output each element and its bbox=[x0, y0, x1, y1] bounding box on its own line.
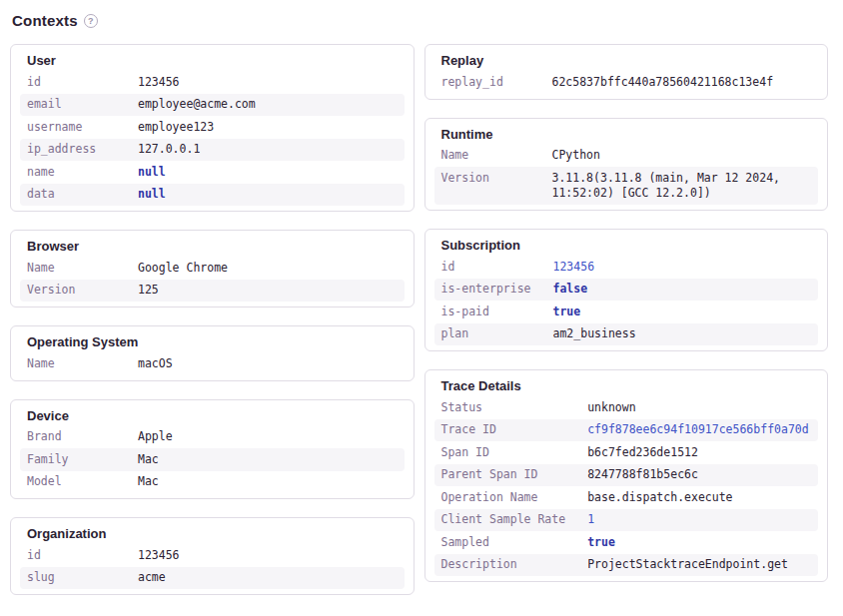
value-text: 1 bbox=[587, 512, 594, 526]
context-value: Google Chrome bbox=[131, 257, 405, 280]
value-text: am2_business bbox=[553, 326, 636, 340]
context-row-version: Version3.11.8(3.11.8 (main, Mar 12 2024,… bbox=[434, 167, 819, 205]
value-text: b6c7fed236de1512 bbox=[587, 445, 698, 459]
key-value-table: BrandAppleFamilyMacModelMac bbox=[20, 426, 405, 494]
value-text: ProjectStacktraceEndpoint.get bbox=[587, 557, 788, 571]
contexts-header: Contexts ? bbox=[12, 12, 828, 29]
context-value: 8247788f81b5ec6c bbox=[580, 464, 818, 487]
key-value-table: replay_id62c5837bffc440a78560421168c13e4… bbox=[434, 71, 819, 94]
context-value: true bbox=[546, 301, 818, 323]
context-key: Status bbox=[434, 396, 581, 419]
context-value: 123456 bbox=[131, 71, 405, 94]
context-card-device: DeviceBrandAppleFamilyMacModelMac bbox=[10, 399, 415, 500]
trace-id-link[interactable]: cf9f878ee6c94f10917ce566bff0a70d bbox=[587, 422, 809, 436]
value-text: null bbox=[138, 165, 166, 179]
context-value: Apple bbox=[131, 426, 405, 449]
context-card-runtime: RuntimeNameCPythonVersion3.11.8(3.11.8 (… bbox=[424, 118, 829, 212]
context-card-user: Userid123456emailemployee@acme.comuserna… bbox=[10, 44, 415, 212]
card-title: Trace Details bbox=[434, 377, 819, 394]
context-value: 62c5837bffc440a78560421168c13e4f bbox=[545, 71, 819, 94]
context-row-id: id123456 bbox=[434, 256, 819, 279]
context-key: Name bbox=[434, 145, 545, 168]
context-row-username: usernameemployee123 bbox=[20, 116, 405, 139]
value-text: unknown bbox=[587, 400, 635, 414]
value-text: true bbox=[553, 305, 581, 318]
card-title: Replay bbox=[434, 52, 819, 69]
context-value: 127.0.0.1 bbox=[131, 139, 405, 162]
context-value: macOS bbox=[131, 352, 405, 375]
context-key: Name bbox=[20, 257, 131, 280]
key-value-table: NamemacOS bbox=[20, 352, 405, 375]
context-key: Trace ID bbox=[434, 419, 581, 442]
value-text: Mac bbox=[138, 452, 159, 466]
context-value: true bbox=[580, 531, 818, 554]
context-key: ip_address bbox=[20, 139, 131, 162]
column-left: Userid123456emailemployee@acme.comuserna… bbox=[10, 44, 415, 595]
value-text: employee@acme.com bbox=[138, 97, 256, 111]
value-text: 123456 bbox=[138, 548, 180, 562]
value-text: 62c5837bffc440a78560421168c13e4f bbox=[552, 75, 774, 89]
context-value: 1 bbox=[580, 509, 818, 532]
context-row-operation-name: Operation Namebase.dispatch.execute bbox=[434, 486, 819, 509]
context-row-data: datanull bbox=[20, 184, 405, 207]
context-key: username bbox=[20, 116, 131, 139]
value-text: 127.0.0.1 bbox=[138, 142, 200, 156]
context-key: id bbox=[20, 544, 131, 567]
context-row-is-enterprise: is-enterprisefalse bbox=[434, 279, 819, 302]
context-value: employee@acme.com bbox=[131, 94, 405, 117]
context-key: Description bbox=[434, 554, 581, 577]
context-value: ProjectStacktraceEndpoint.get bbox=[580, 554, 818, 577]
context-key: Model bbox=[20, 471, 131, 494]
value-text: false bbox=[553, 282, 588, 296]
context-card-organization: Organizationid123456slugacme bbox=[10, 517, 415, 595]
context-value: 123456 bbox=[546, 256, 818, 279]
card-title: Subscription bbox=[434, 237, 819, 254]
value-text: true bbox=[587, 535, 615, 549]
context-row-model: ModelMac bbox=[20, 471, 405, 494]
context-card-browser: BrowserNameGoogle ChromeVersion125 bbox=[10, 230, 415, 308]
context-row-version: Version125 bbox=[20, 280, 405, 303]
context-key: Family bbox=[20, 448, 131, 471]
context-row-is-paid: is-paidtrue bbox=[434, 301, 819, 323]
page-title: Contexts bbox=[12, 12, 78, 29]
context-key: slug bbox=[20, 567, 131, 590]
context-value: b6c7fed236de1512 bbox=[580, 441, 818, 464]
context-value: CPython bbox=[545, 145, 819, 168]
context-key: Span ID bbox=[434, 441, 581, 464]
value-text: base.dispatch.execute bbox=[587, 490, 732, 504]
context-value: false bbox=[546, 279, 818, 302]
circle-question-icon[interactable]: ? bbox=[84, 14, 98, 28]
context-key: id bbox=[20, 71, 131, 94]
context-card-replay: Replayreplay_id62c5837bffc440a7856042116… bbox=[424, 44, 829, 100]
context-value: unknown bbox=[580, 396, 818, 419]
context-key: plan bbox=[434, 323, 546, 346]
context-key: Client Sample Rate bbox=[434, 509, 581, 532]
context-key: Version bbox=[434, 167, 545, 205]
card-title: Organization bbox=[20, 525, 405, 542]
context-row-id: id123456 bbox=[20, 71, 405, 94]
context-value: Mac bbox=[131, 471, 405, 494]
context-row-description: DescriptionProjectStacktraceEndpoint.get bbox=[434, 554, 819, 577]
context-columns: Userid123456emailemployee@acme.comuserna… bbox=[10, 44, 828, 595]
context-row-sampled: Sampledtrue bbox=[434, 531, 819, 554]
context-row-slug: slugacme bbox=[20, 567, 405, 590]
context-key: Sampled bbox=[434, 531, 581, 554]
context-row-client-sample-rate: Client Sample Rate1 bbox=[434, 509, 819, 532]
context-key: Parent Span ID bbox=[434, 464, 581, 487]
context-card-subscription: Subscriptionid123456is-enterprisefalseis… bbox=[424, 229, 829, 351]
value-text: 8247788f81b5ec6c bbox=[587, 467, 698, 481]
context-row-name: NameGoogle Chrome bbox=[20, 257, 405, 280]
context-row-family: FamilyMac bbox=[20, 448, 405, 471]
context-row-id: id123456 bbox=[20, 544, 405, 567]
context-row-plan: planam2_business bbox=[434, 323, 819, 346]
context-value: 125 bbox=[131, 280, 405, 303]
key-value-table: NameCPythonVersion3.11.8(3.11.8 (main, M… bbox=[434, 145, 819, 206]
context-row-name: namenull bbox=[20, 161, 405, 184]
context-row-parent-span-id: Parent Span ID8247788f81b5ec6c bbox=[434, 464, 819, 487]
context-value: base.dispatch.execute bbox=[580, 486, 818, 509]
context-value: acme bbox=[131, 567, 405, 590]
context-row-replay-id: replay_id62c5837bffc440a78560421168c13e4… bbox=[434, 71, 819, 94]
context-key: email bbox=[20, 94, 131, 117]
context-value: null bbox=[131, 184, 405, 207]
value-text: Google Chrome bbox=[138, 261, 228, 275]
